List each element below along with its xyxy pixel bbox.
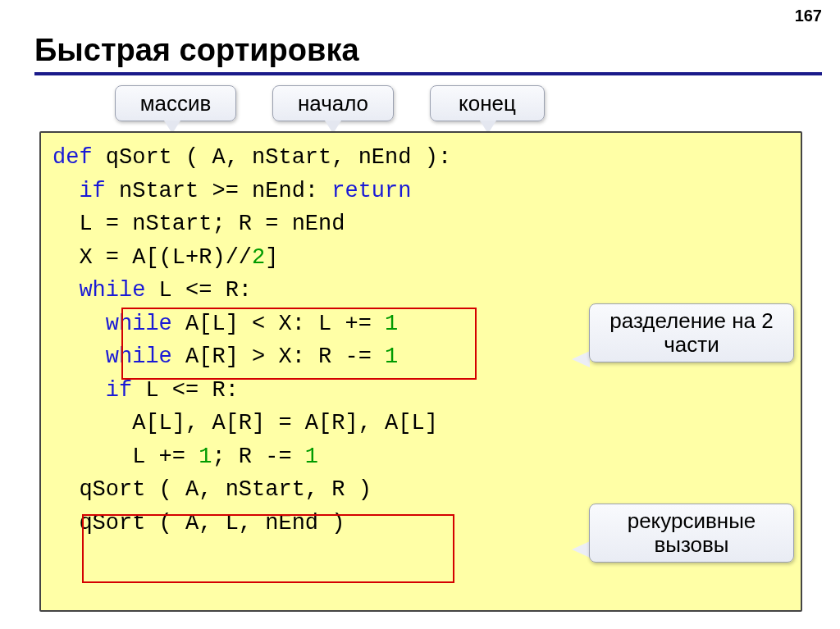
callout-split-tail [572, 351, 590, 367]
page-title: Быстрая сортировка [34, 33, 359, 68]
code-l11: qSort ( A, nStart, R ) [52, 477, 372, 502]
code-l8: L <= R: [132, 378, 239, 403]
callout-array: массив [115, 85, 236, 121]
callout-recurse-tail [572, 541, 590, 558]
code-l3: L = nStart; R = nEnd [52, 212, 345, 236]
num-1c: 1 [199, 444, 212, 469]
page-number: 167 [795, 7, 822, 25]
kw-return: return [331, 179, 411, 203]
highlight-box-split [121, 308, 477, 380]
num-1d: 1 [305, 444, 318, 469]
code-l2-cond: nStart >= nEnd: [106, 179, 331, 203]
title-underline [34, 72, 822, 75]
kw-if-1: if [52, 179, 106, 203]
callout-split: разделение на 2 части [589, 303, 794, 362]
code-l10a: L += [52, 444, 199, 469]
code-l1: qSort ( A, nStart, nEnd ): [93, 145, 451, 170]
callout-start: начало [272, 85, 394, 121]
callout-end: конец [430, 85, 545, 121]
code-l5: L <= R: [145, 278, 252, 303]
code-l4a: X = A[(L+R)// [52, 245, 252, 270]
code-l9: A[L], A[R] = A[R], A[L] [52, 411, 438, 435]
kw-def: def [52, 145, 93, 170]
highlight-box-recurse [82, 514, 454, 583]
kw-while-1: while [52, 278, 145, 303]
num-2: 2 [252, 245, 265, 270]
callout-recurse: рекурсивные вызовы [589, 504, 794, 563]
code-l4b: ] [265, 245, 278, 270]
kw-if-2: if [52, 378, 132, 403]
code-l10b: ; R -= [212, 444, 304, 469]
